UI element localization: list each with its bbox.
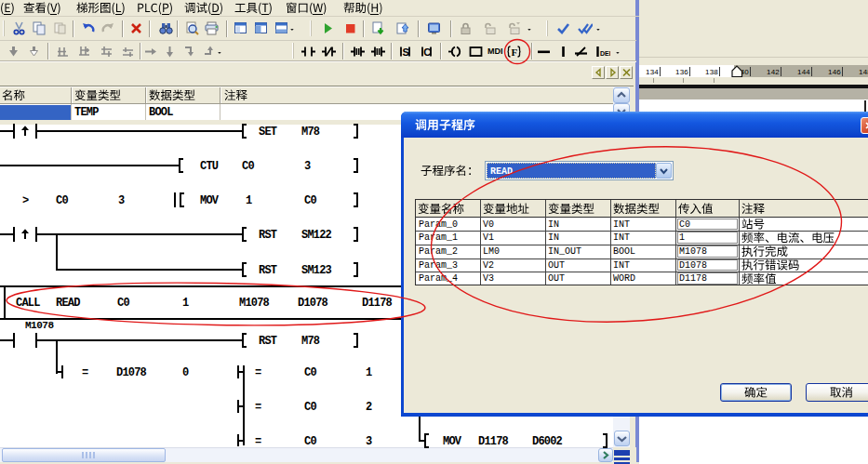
svg-text:C: C: [423, 46, 431, 57]
svg-text:DEL: DEL: [600, 50, 610, 57]
svg-text:F: F: [511, 46, 517, 57]
svg-text:S: S: [402, 46, 408, 57]
